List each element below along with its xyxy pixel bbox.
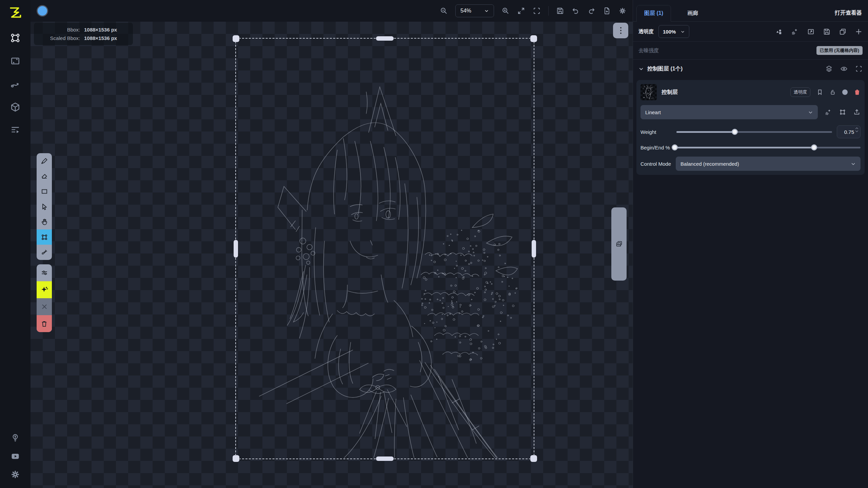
bbox-handle-left[interactable] [234,240,238,258]
begin-thumb[interactable] [672,144,678,150]
color-swatch[interactable] [37,5,48,17]
gallery-drawer-handle[interactable] [611,207,627,281]
weight-row: Weight [640,125,861,138]
canvas-menu-button[interactable] [613,23,628,38]
unlock-icon[interactable] [829,89,836,96]
rectangle-tool[interactable] [37,184,52,199]
brush-tool[interactable] [37,153,52,168]
bbox-handle-bottom[interactable] [376,456,394,461]
delete-trash-tool[interactable] [37,315,52,332]
right-panel: 图层 (1) 画廊 打开查看器 透明度 100% 去噪强度 已禁用 (无栅格内容… [633,0,868,488]
new-canvas-icon[interactable] [603,7,611,15]
bookmark-icon[interactable] [816,89,823,96]
tool-group-actions [37,264,52,332]
nav-queue-icon[interactable] [10,125,21,136]
upload-icon[interactable] [853,108,861,116]
end-thumb[interactable] [811,144,817,150]
tab-gallery[interactable]: 画廊 [680,5,706,21]
nav-workflows-icon[interactable] [10,79,21,89]
select-cursor-tool[interactable] [37,199,52,214]
nav-upscale-icon[interactable] [10,56,21,66]
bbox-label: Bbox: [40,27,80,33]
nav-canvas-icon[interactable] [10,33,21,43]
chevron-down-icon [808,110,813,115]
bbox-corners-icon[interactable] [839,108,846,116]
eraser-tool[interactable] [37,168,52,184]
visibility-eye-icon[interactable] [840,65,848,73]
filters-tool[interactable] [37,264,52,281]
collapse-chevron-icon[interactable] [638,66,644,72]
panel-tab-bar: 图层 (1) 画廊 打开查看器 [633,0,868,22]
bbox-handle-bottom-right[interactable] [530,455,537,462]
bbox-handle-top[interactable] [376,36,394,41]
weight-slider-thumb[interactable] [732,129,738,135]
layer-header-actions: 透明度 [790,87,861,97]
bbox-handle-right[interactable] [532,240,536,258]
redo-icon[interactable] [587,7,595,15]
eyedropper-tool[interactable] [37,245,52,260]
pan-hand-tool[interactable] [37,214,52,229]
open-viewer-link[interactable]: 打开查看器 [835,9,865,17]
help-lightbulb-icon[interactable] [11,433,20,443]
canvas-settings-gear-icon[interactable] [618,7,627,15]
fit-to-view-icon[interactable] [517,7,525,15]
undo-icon[interactable] [572,7,580,15]
weight-value-input[interactable] [837,129,854,135]
layer-color-dot[interactable] [842,89,848,95]
duplicate-icon[interactable] [839,28,847,36]
layers-stack-icon[interactable] [825,65,833,73]
control-mode-row: Control Mode Balanced (recommended) [640,157,861,171]
opacity-select[interactable]: 100% [658,25,689,38]
zoom-out-icon[interactable] [440,7,448,15]
zoom-in-icon[interactable] [501,7,510,15]
scaled-bbox-label: Scaled Bbox: [40,35,80,41]
weight-number-input[interactable] [837,125,861,138]
generation-bbox[interactable] [235,38,534,459]
begin-end-range-slider[interactable] [675,144,861,150]
nav-models-icon[interactable] [10,102,21,113]
model-row-actions [825,108,861,116]
bbox-tool[interactable] [37,229,52,245]
control-layers-header: 控制图层 (1个) [633,60,868,78]
bbox-handle-top-right[interactable] [530,35,537,42]
begin-end-row: Begin/End % [640,144,861,150]
weight-slider[interactable] [676,129,832,135]
bbox-frame-icon[interactable] [855,65,863,73]
layer-thumbnail[interactable] [640,84,657,100]
control-model-select[interactable]: Lineart [640,105,818,119]
control-mode-value: Balanced (recommended) [680,161,739,167]
video-tutorials-icon[interactable] [11,451,20,461]
model-row: Lineart [640,105,861,119]
canvas-workspace[interactable]: Bbox: 1088×1536 px Scaled Bbox: 1088×153… [31,22,633,488]
bbox-handle-bottom-left[interactable] [233,455,239,462]
add-layer-plus-icon[interactable] [855,28,863,36]
images-icon [615,240,623,248]
number-steppers[interactable] [855,127,859,133]
save-canvas-icon[interactable] [556,7,564,15]
control-mode-select[interactable]: Balanced (recommended) [676,157,861,171]
cancel-x-tool[interactable] [37,298,52,315]
invoke-sparkle-tool[interactable] [37,281,52,298]
chevron-down-icon [851,161,856,166]
settings-gear-icon[interactable] [11,470,20,479]
layer-opacity-chip[interactable]: 透明度 [790,87,810,97]
opacity-value: 100% [663,29,676,35]
scaled-bbox-value: 1088×1536 px [84,35,127,41]
control-layer-card: 控制层 透明度 Lineart [636,80,865,175]
opacity-label: 透明度 [638,28,654,35]
frame-region-icon[interactable] [533,7,541,15]
invoke-logo-icon [7,5,23,20]
shooting-star-icon[interactable] [791,28,799,36]
global-opacity-row: 透明度 100% [633,22,868,41]
shapes-icon[interactable] [775,28,783,36]
denoise-row: 去噪强度 已禁用 (无栅格内容) [633,42,868,59]
denoise-disabled-badge: 已禁用 (无栅格内容) [816,46,863,55]
toolbar-divider [548,6,549,16]
fit-frame-icon[interactable] [807,28,815,36]
shooting-star-icon[interactable] [825,108,832,116]
save-icon[interactable] [823,28,831,36]
tab-layers[interactable]: 图层 (1) [636,5,671,22]
bbox-handle-top-left[interactable] [233,35,239,42]
zoom-level-select[interactable]: 54% [455,4,494,17]
delete-layer-icon[interactable] [854,89,861,96]
